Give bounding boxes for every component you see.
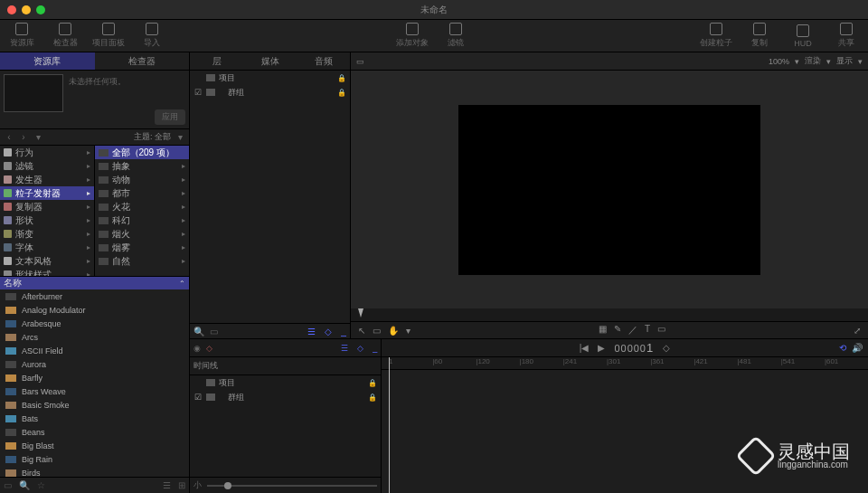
theme-popup[interactable]: 主题: 全部: [134, 131, 171, 143]
asset-row[interactable]: Bars Weave: [0, 384, 189, 398]
chevron-down-icon[interactable]: ▾: [175, 132, 185, 142]
kf-nav-icon[interactable]: ◇: [206, 344, 212, 353]
tl-mode1-icon[interactable]: ☰: [341, 344, 348, 353]
asset-row[interactable]: Basic Smoke: [0, 398, 189, 412]
category-row[interactable]: 粒子发射器▸: [0, 186, 94, 200]
toolbar-center-button-0[interactable]: 添加对象: [391, 22, 434, 51]
new-folder-icon[interactable]: ▭: [4, 480, 12, 490]
asset-row[interactable]: Afterburner: [0, 289, 189, 303]
list-view-icon[interactable]: ☰: [163, 480, 171, 490]
project-tab-2[interactable]: 音频: [297, 52, 350, 70]
mask-tool-icon[interactable]: ✎: [614, 324, 621, 337]
tab-library[interactable]: 资源库: [0, 52, 95, 70]
playhead-line[interactable]: [389, 357, 390, 493]
display-chevron-icon[interactable]: ▾: [858, 57, 863, 66]
playhead-icon[interactable]: [358, 308, 363, 318]
asset-row[interactable]: Big Blast: [0, 439, 189, 452]
hand-tool-icon[interactable]: ✋: [388, 326, 399, 336]
asset-row[interactable]: Barfly: [0, 371, 189, 384]
layers-mode-icon[interactable]: ☰: [307, 327, 316, 337]
project-tab-1[interactable]: 媒体: [243, 52, 297, 70]
search-icon[interactable]: 🔍: [19, 480, 30, 490]
category-row[interactable]: 复制器▸: [0, 200, 94, 213]
subcategory-row[interactable]: 烟火▸: [95, 227, 190, 241]
toolbar-right-button-1[interactable]: 复制: [738, 22, 781, 51]
asset-row[interactable]: Beans: [0, 425, 189, 439]
time-ruler[interactable]: 1|60|120|180|241|301|361|421|481|541|601: [382, 357, 868, 370]
subcategory-row[interactable]: 全部（209 项）: [95, 146, 190, 159]
subcategory-row[interactable]: 火花▸: [95, 200, 190, 213]
layer-row[interactable]: ☑群组🔒: [190, 390, 381, 404]
asset-row[interactable]: Analog Modulator: [0, 303, 189, 317]
category-row[interactable]: 形状样式▸: [0, 268, 94, 276]
kf-prev-icon[interactable]: ◇: [663, 343, 670, 353]
expand-icon[interactable]: ⤢: [854, 326, 861, 336]
shape-tool-icon[interactable]: ▭: [657, 324, 665, 337]
render-popup[interactable]: 渲染: [805, 55, 821, 67]
asset-row[interactable]: ASCII Field: [0, 344, 189, 357]
tool-chevron-icon[interactable]: ▾: [406, 326, 410, 336]
category-row[interactable]: 形状▸: [0, 213, 94, 227]
audio-icon[interactable]: 🔊: [852, 343, 863, 353]
zoom-window-icon[interactable]: [36, 5, 45, 14]
filter-icon[interactable]: ▭: [210, 327, 218, 337]
bookmark-icon[interactable]: ☆: [37, 480, 45, 490]
nav-fwd-icon[interactable]: ›: [18, 132, 29, 142]
zoom-slider[interactable]: [207, 485, 377, 487]
subcategory-row[interactable]: 科幻▸: [95, 213, 190, 227]
timecode[interactable]: 000001: [614, 341, 654, 355]
toolbar-right-button-3[interactable]: 共享: [825, 22, 868, 51]
rec-icon[interactable]: ◉: [193, 344, 201, 353]
display-popup[interactable]: 显示: [836, 55, 853, 67]
loop-icon[interactable]: ⟲: [839, 343, 846, 353]
asset-row[interactable]: Arabesque: [0, 317, 189, 330]
text-tool-icon[interactable]: T: [645, 324, 650, 337]
tl-mode3-icon[interactable]: ⎯: [373, 344, 377, 353]
subcategory-row[interactable]: 动物▸: [95, 173, 190, 186]
category-row[interactable]: 发生器▸: [0, 173, 94, 186]
fit-icon[interactable]: ▭: [356, 57, 364, 66]
toolbar-center-button-1[interactable]: 滤镜: [434, 22, 477, 51]
keyframe-mode-icon[interactable]: ◇: [325, 327, 332, 337]
toolbar-right-button-2[interactable]: HUD: [781, 22, 825, 51]
tl-mode2-icon[interactable]: ◇: [357, 344, 363, 353]
toolbar-left-button-2[interactable]: 项目面板: [87, 22, 130, 51]
layer-row[interactable]: 项目🔒: [190, 375, 381, 390]
rect-tool-icon[interactable]: ▭: [373, 326, 381, 336]
render-chevron-icon[interactable]: ▾: [826, 57, 831, 66]
nav-back-icon[interactable]: ‹: [4, 132, 14, 142]
category-row[interactable]: 滤镜▸: [0, 159, 94, 173]
grid-view-icon[interactable]: ⊞: [178, 480, 185, 490]
toolbar-left-button-1[interactable]: 检查器: [43, 22, 87, 51]
viewport[interactable]: [351, 71, 868, 308]
minimize-window-icon[interactable]: [22, 5, 31, 14]
timeline-mode-icon[interactable]: ⎯: [341, 327, 346, 337]
category-row[interactable]: 渐变▸: [0, 227, 94, 241]
play-icon[interactable]: ▶: [598, 343, 605, 353]
zoom-chevron-icon[interactable]: ▾: [795, 57, 799, 66]
subcategory-row[interactable]: 烟雾▸: [95, 241, 190, 254]
pointer-tool-icon[interactable]: ↖: [358, 326, 365, 336]
category-row[interactable]: 字体▸: [0, 241, 94, 254]
crop-tool-icon[interactable]: ▦: [599, 324, 607, 337]
tracks-area[interactable]: [382, 370, 868, 493]
layer-row[interactable]: 项目🔒: [190, 71, 350, 85]
category-row[interactable]: 文本风格▸: [0, 254, 94, 268]
search-icon[interactable]: 🔍: [193, 327, 204, 337]
close-window-icon[interactable]: [7, 5, 16, 14]
category-row[interactable]: 行为▸: [0, 146, 94, 159]
nav-path-icon[interactable]: ▾: [33, 132, 43, 142]
toolbar-left-button-3[interactable]: 导入: [130, 22, 174, 51]
asset-row[interactable]: Arcs: [0, 330, 189, 344]
apply-button[interactable]: 应用: [155, 109, 185, 125]
asset-row[interactable]: Big Rain: [0, 452, 189, 466]
toolbar-left-button-0[interactable]: 资源库: [0, 22, 43, 51]
project-tab-0[interactable]: 层: [190, 52, 243, 70]
subcategory-row[interactable]: 抽象▸: [95, 159, 190, 173]
subcategory-row[interactable]: 都市▸: [95, 186, 190, 200]
line-tool-icon[interactable]: ／: [628, 324, 637, 337]
zoom-value[interactable]: 100%: [769, 57, 789, 66]
asset-row[interactable]: Birds: [0, 466, 189, 477]
layer-row[interactable]: ☑群组🔒: [190, 85, 350, 100]
mini-timeline[interactable]: [351, 308, 868, 321]
